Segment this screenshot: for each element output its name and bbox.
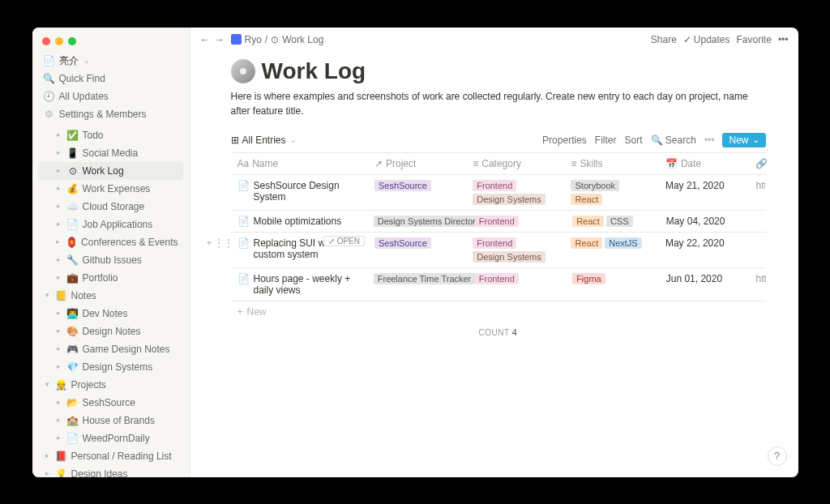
cell-link[interactable]: [749, 233, 765, 267]
tag[interactable]: Frontend: [473, 180, 516, 191]
tag[interactable]: Frontend: [475, 273, 519, 284]
table-row[interactable]: +⋮⋮📄Replacing SUI with custom system⤢OPE…: [231, 233, 766, 268]
cell-skills[interactable]: ReactNextJS: [564, 233, 658, 267]
sidebar-item[interactable]: ▸💼Portfolio: [39, 269, 183, 287]
cell-name[interactable]: 📄SeshSource Design System: [231, 175, 369, 210]
breadcrumb[interactable]: Ryo / ⊙ Work Log: [231, 34, 324, 45]
tag[interactable]: Design Systems: [473, 194, 545, 205]
page-icon[interactable]: [231, 59, 255, 83]
disclosure-icon[interactable]: ▸: [55, 254, 63, 266]
cell-skills[interactable]: StorybookReact: [564, 175, 658, 210]
disclosure-icon[interactable]: ▸: [55, 237, 62, 248]
tag[interactable]: Figma: [572, 273, 605, 284]
sidebar-item[interactable]: ▸📄WeedPornDaily: [39, 429, 183, 447]
cell-name[interactable]: 📄Hours page - weekly + daily views: [231, 268, 367, 301]
table-row[interactable]: 📄Mobile optimizationsDesign Systems Dire…: [231, 211, 766, 233]
quick-find[interactable]: 🔍 Quick Find: [39, 70, 183, 88]
disclosure-icon[interactable]: ▸: [55, 147, 63, 159]
tag[interactable]: React: [571, 194, 602, 205]
cell-category[interactable]: FrontendDesign Systems: [466, 175, 564, 210]
col-name[interactable]: AaName: [231, 153, 369, 174]
disclosure-icon[interactable]: ▸: [55, 344, 63, 355]
disclosure-icon[interactable]: ▸: [55, 397, 63, 408]
sidebar-item[interactable]: ▾📒Notes: [39, 287, 183, 305]
cell-date[interactable]: May 04, 2020: [660, 211, 750, 232]
col-link[interactable]: 🔗: [749, 153, 765, 174]
col-project[interactable]: ↗Project: [368, 153, 466, 174]
disclosure-icon[interactable]: ▸: [55, 361, 63, 373]
sidebar-item[interactable]: ▸☁️Cloud Storage: [39, 198, 183, 216]
disclosure-icon[interactable]: ▾: [44, 290, 52, 301]
sort-button[interactable]: Sort: [624, 135, 642, 146]
search-button[interactable]: 🔍 Search: [651, 135, 696, 146]
new-row-button[interactable]: New ⌄: [722, 133, 765, 147]
cell-category[interactable]: FrontendDesign Systems: [466, 233, 564, 267]
cell-date[interactable]: May 21, 2020: [659, 175, 750, 210]
settings-members[interactable]: ⚙ Settings & Members: [39, 105, 183, 123]
open-page-button[interactable]: ⤢OPEN: [323, 236, 365, 246]
workspace-switcher[interactable]: 📄 亮介 ⌄: [39, 53, 183, 70]
more-db-button[interactable]: •••: [704, 135, 715, 146]
maximize-window-button[interactable]: [68, 37, 76, 45]
share-button[interactable]: Share: [651, 34, 677, 45]
sidebar-item[interactable]: ▸👨‍💻Dev Notes: [39, 305, 183, 322]
sidebar-item[interactable]: ▸📂SeshSource: [39, 394, 183, 412]
all-updates[interactable]: 🕘 All Updates: [39, 88, 183, 105]
disclosure-icon[interactable]: ▸: [55, 201, 63, 212]
tag[interactable]: SeshSource: [374, 180, 431, 191]
cell-category[interactable]: Frontend: [468, 268, 566, 301]
sidebar-item[interactable]: ▸💰Work Expenses: [39, 180, 183, 198]
tag[interactable]: Freelance Time Tracker: [374, 273, 476, 284]
disclosure-icon[interactable]: ▸: [44, 468, 52, 477]
sidebar-item[interactable]: ▸🎨Design Notes: [39, 322, 183, 340]
sidebar-item[interactable]: ▸📱Social Media: [39, 144, 183, 162]
disclosure-icon[interactable]: ▸: [44, 451, 52, 462]
cell-project[interactable]: SeshSource: [368, 175, 466, 210]
filter-button[interactable]: Filter: [595, 135, 617, 146]
disclosure-icon[interactable]: ▸: [55, 433, 63, 444]
tag[interactable]: Storybook: [571, 180, 619, 191]
sidebar-item[interactable]: ▸💎Design Systems: [39, 358, 183, 376]
tag[interactable]: NextJS: [605, 237, 641, 249]
sidebar-item[interactable]: ▸🏫House of Brands: [39, 412, 183, 429]
page-title[interactable]: Work Log: [262, 58, 366, 84]
page-description[interactable]: Here is where examples and screenshots o…: [231, 89, 766, 118]
cell-date[interactable]: Jun 01, 2020: [660, 268, 750, 301]
cell-link[interactable]: https://g9...Fre...noc...: [750, 268, 766, 301]
nav-forward-button[interactable]: →: [215, 34, 225, 45]
sidebar-item[interactable]: ▸📄Job Applications: [39, 216, 183, 233]
cell-project[interactable]: Design Systems Directory: [367, 211, 468, 232]
disclosure-icon[interactable]: ▸: [55, 165, 63, 177]
nav-back-button[interactable]: ←: [200, 34, 210, 45]
tag[interactable]: CSS: [606, 216, 633, 227]
disclosure-icon[interactable]: ▸: [55, 219, 63, 230]
tag[interactable]: React: [571, 237, 602, 249]
disclosure-icon[interactable]: ▸: [55, 272, 63, 284]
disclosure-icon[interactable]: ▸: [55, 308, 63, 319]
close-window-button[interactable]: [42, 37, 50, 45]
col-skills[interactable]: ≡Skills: [564, 153, 658, 174]
disclosure-icon[interactable]: ▸: [55, 415, 63, 426]
favorite-button[interactable]: Favorite: [737, 34, 772, 45]
cell-category[interactable]: Frontend: [468, 211, 566, 232]
minimize-window-button[interactable]: [55, 37, 63, 45]
cell-link[interactable]: https://sul...nex...d89...133...: [749, 175, 765, 210]
cell-project[interactable]: Freelance Time Tracker: [367, 268, 468, 301]
sidebar-item[interactable]: ▸🔧Github Issues: [39, 251, 183, 269]
sidebar-item[interactable]: ▸✅Todo: [39, 126, 183, 144]
view-switcher[interactable]: ⊞ All Entries ⌄: [231, 135, 297, 146]
cell-skills[interactable]: Figma: [566, 268, 660, 301]
cell-name[interactable]: 📄Replacing SUI with custom system⤢OPEN: [231, 233, 369, 267]
add-row-icon[interactable]: +: [207, 237, 212, 249]
sidebar-item[interactable]: ▸🎮Game Design Notes: [39, 340, 183, 358]
cell-name[interactable]: 📄Mobile optimizations: [231, 211, 367, 232]
tag[interactable]: SeshSource: [374, 237, 431, 249]
sidebar-item[interactable]: ▸⊙Work Log: [39, 162, 183, 180]
tag[interactable]: Frontend: [473, 237, 516, 249]
disclosure-icon[interactable]: ▸: [55, 183, 63, 194]
more-button[interactable]: •••: [778, 34, 789, 45]
sidebar-item[interactable]: ▸📕Personal / Reading List: [39, 447, 183, 465]
sidebar-item[interactable]: ▸💡Design Ideas: [39, 465, 183, 477]
tag[interactable]: Design Systems: [473, 251, 545, 263]
cell-project[interactable]: SeshSource: [368, 233, 466, 267]
